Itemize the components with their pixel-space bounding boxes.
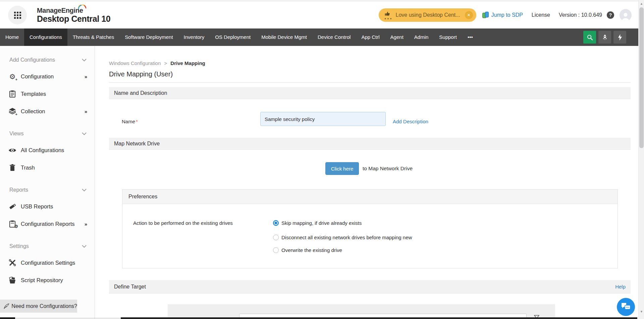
usb-icon	[8, 202, 17, 210]
rocket-icon	[602, 34, 608, 41]
chevron-down-icon	[82, 189, 87, 191]
search-icon	[587, 34, 593, 41]
breadcrumb-current: Drive Mapping	[170, 60, 205, 66]
main-content: Windows Configuration > Drive Mapping Dr…	[95, 46, 638, 319]
nav-home[interactable]: Home	[0, 28, 24, 46]
sidebar-item-configuration-reports[interactable]: ⚙ Configuration Reports »	[0, 215, 95, 233]
map-network-drive-section: Map Network Drive Click here to Map Netw…	[109, 138, 631, 268]
logo[interactable]: ManageEngine Desktop Central 10	[37, 7, 110, 23]
name-input[interactable]	[260, 112, 386, 126]
sidebar-section-add-configurations[interactable]: Add Configurations	[0, 52, 95, 68]
sidebar-item-usb-reports[interactable]: USB Reports	[0, 198, 95, 215]
expand-icon: »	[85, 109, 87, 114]
chat-button[interactable]	[617, 298, 635, 316]
eye-icon	[8, 146, 17, 154]
sidebar-section-views[interactable]: Views	[0, 126, 95, 141]
expand-icon: »	[85, 74, 87, 79]
sidebar-item-script-repository[interactable]: Script Repository	[0, 271, 95, 289]
sidebar-item-configuration[interactable]: ⚙+ Configuration »	[0, 68, 95, 85]
breadcrumb-parent[interactable]: Windows Configuration	[109, 60, 161, 66]
nav-os-deployment[interactable]: OS Deployment	[210, 28, 256, 46]
click-here-button[interactable]: Click here	[325, 162, 359, 175]
gear-plus-icon: ⚙+	[8, 72, 17, 80]
whats-new-button[interactable]	[598, 31, 611, 44]
chevron-down-icon	[82, 245, 87, 248]
action-label: Action to be performed on the existing d…	[133, 220, 233, 226]
divider	[109, 82, 631, 83]
page-title: Drive Mapping (User)	[109, 70, 631, 78]
define-target-section: Define Target Help Choose the Remote Off…	[109, 280, 631, 319]
jump-to-sdp-link[interactable]: Jump to SDP	[482, 12, 523, 18]
help-icon[interactable]: ?	[607, 11, 614, 19]
product-name: Desktop Central 10	[37, 14, 110, 23]
sidebar-item-trash[interactable]: Trash	[0, 159, 95, 176]
grid-icon	[14, 12, 21, 19]
chat-bubbles-icon	[621, 302, 631, 312]
scrollbar-thumb[interactable]	[639, 7, 644, 148]
feedback-text: Love using Desktop Cent...	[395, 12, 460, 18]
bottom-edge-dark	[0, 317, 15, 319]
nav-software-deployment[interactable]: Software Deployment	[119, 28, 178, 46]
required-asterisk: *	[136, 119, 138, 124]
jump-to-sdp-label: Jump to SDP	[491, 12, 523, 18]
tools-icon	[8, 259, 17, 267]
trash-icon	[8, 164, 17, 172]
radio-disconnect-all[interactable]: Disconnect all existing network drives b…	[273, 235, 412, 240]
version-text: Version : 10.0.649	[559, 12, 602, 18]
nav-inventory[interactable]: Inventory	[178, 28, 210, 46]
name-description-section: Name and Description Name* Add Descripti…	[109, 87, 631, 138]
need-more-configurations-button[interactable]: Need more Configurations?	[0, 300, 77, 313]
close-icon[interactable]: ✕	[465, 11, 473, 19]
brand-swoosh-icon	[78, 5, 87, 9]
click-here-suffix: to Map Network Drive	[363, 166, 413, 172]
radio-icon	[273, 235, 279, 240]
chevron-down-icon	[82, 132, 87, 135]
expand-icon: »	[85, 221, 87, 227]
preferences-header: Preferences	[122, 190, 618, 204]
breadcrumb: Windows Configuration > Drive Mapping	[109, 60, 631, 66]
nav-configurations[interactable]: Configurations	[24, 28, 67, 46]
sidebar-item-templates[interactable]: Templates	[0, 85, 95, 103]
app-window: ManageEngine Desktop Central 10 ★ ★ ★ Lo…	[0, 0, 644, 319]
preferences-panel: Preferences Action to be performed on th…	[122, 189, 618, 268]
sidebar-item-configuration-settings[interactable]: Configuration Settings	[0, 254, 95, 271]
avatar[interactable]	[620, 9, 632, 21]
name-section-header: Name and Description	[109, 87, 631, 99]
radio-skip-mapping[interactable]: Skip mapping, if drive already exists	[273, 220, 362, 226]
nav-mobile-device-mgmt[interactable]: Mobile Device Mgmt	[256, 28, 312, 46]
vertical-scrollbar[interactable]: ▲ ▼	[638, 0, 644, 319]
nav-threats-patches[interactable]: Threats & Patches	[67, 28, 119, 46]
nav-admin[interactable]: Admin	[409, 28, 434, 46]
nav-agent[interactable]: Agent	[385, 28, 409, 46]
nav-more[interactable]: •••	[462, 28, 478, 46]
scroll-down-arrow[interactable]: ▼	[639, 309, 644, 314]
radio-selected-icon	[273, 220, 279, 226]
sidebar-section-settings[interactable]: Settings	[0, 239, 95, 254]
quick-actions-button[interactable]	[613, 31, 626, 44]
nav-icon-group	[581, 28, 626, 46]
add-description-link[interactable]: Add Description	[393, 119, 428, 124]
nav-device-control[interactable]: Device Control	[312, 28, 356, 46]
map-section-header: Map Network Drive	[109, 138, 631, 150]
sidebar-item-all-configurations[interactable]: All Configurations	[0, 141, 95, 159]
top-header: ManageEngine Desktop Central 10 ★ ★ ★ Lo…	[0, 2, 638, 28]
app-grid-button[interactable]	[8, 6, 27, 24]
nav-support[interactable]: Support	[434, 28, 462, 46]
clipboard-icon	[8, 90, 17, 98]
scroll-up-arrow[interactable]: ▲	[639, 1, 644, 6]
search-button[interactable]	[583, 31, 596, 44]
main-nav: Home Configurations Threats & Patches So…	[0, 28, 638, 46]
sidebar-item-collection[interactable]: + Collection »	[0, 103, 95, 120]
help-link[interactable]: Help	[615, 284, 626, 290]
feedback-pill[interactable]: ★ ★ ★ Love using Desktop Cent... ✕	[379, 8, 476, 22]
license-link[interactable]: License	[532, 12, 550, 18]
radio-icon	[273, 247, 279, 253]
thumbs-up-icon: ★ ★ ★	[384, 11, 392, 19]
name-label: Name*	[122, 119, 138, 124]
radio-overwrite[interactable]: Overwrite the existing drive	[273, 247, 342, 253]
sidebar-section-reports[interactable]: Reports	[0, 182, 95, 198]
header-actions: ★ ★ ★ Love using Desktop Cent... ✕ Jump …	[379, 8, 638, 22]
chevron-down-icon	[82, 59, 87, 61]
nav-app-ctrl[interactable]: App Ctrl	[356, 28, 385, 46]
person-icon	[621, 11, 631, 21]
